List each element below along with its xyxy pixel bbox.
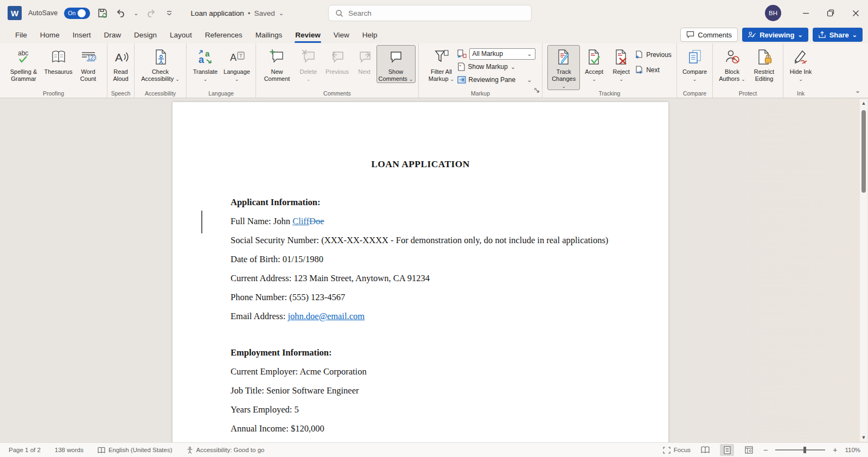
zoom-out-button[interactable]: − [763, 446, 768, 454]
check-accessibility-icon [152, 48, 169, 66]
document-page[interactable]: LOAN APPLICATION Applicant Information: … [173, 102, 668, 442]
redo-button[interactable] [145, 7, 157, 19]
scroll-up-arrow-icon[interactable]: ▲ [861, 99, 866, 107]
save-icon[interactable] [97, 7, 108, 19]
search-box[interactable] [328, 5, 532, 21]
filter-all-markup-button[interactable]: Filter All Markup ⌄ [426, 45, 457, 82]
track-changes-button[interactable]: Track Changes ⌄ [547, 45, 580, 90]
compare-chevron-icon: ⌄ [693, 77, 697, 82]
tab-references[interactable]: References [199, 27, 249, 43]
years-employed-line: Years Employed: 5 [231, 403, 610, 416]
svg-text:abc: abc [18, 49, 28, 57]
previous-change-button[interactable]: Previous [634, 49, 672, 60]
tab-review[interactable]: Review [289, 27, 327, 43]
spelling-grammar-button[interactable]: abc Spelling & Grammar [6, 45, 42, 82]
zoom-slider[interactable] [775, 449, 825, 450]
scrollbar-thumb[interactable] [861, 110, 866, 193]
ribbon-group-ink: Hide Ink ⌄ Ink [783, 43, 818, 98]
reject-icon [612, 48, 630, 66]
delete-comment-button[interactable]: Delete⌄ [295, 45, 322, 82]
dob-line: Date of Birth: 01/15/1980 [231, 253, 610, 265]
status-bar: Page 1 of 2 138 words English (United St… [0, 442, 868, 457]
tab-design[interactable]: Design [127, 27, 163, 43]
focus-button[interactable]: Focus [663, 447, 691, 454]
ribbon-spacer: ⌄ [818, 43, 868, 98]
reviewing-button-label: Reviewing [760, 31, 794, 39]
email-hyperlink[interactable]: john.doe@email.com [288, 311, 365, 321]
read-mode-view-button[interactable] [698, 444, 712, 456]
track-changes-chevron-icon: ⌄ [561, 84, 566, 89]
tab-view[interactable]: View [327, 27, 356, 43]
block-authors-button[interactable]: Block Authors ⌄ [716, 45, 749, 82]
reviewing-button[interactable]: Reviewing ⌄ [742, 28, 808, 42]
restrict-editing-button[interactable]: Restrict Editing [749, 45, 780, 82]
tab-mailings[interactable]: Mailings [249, 27, 289, 43]
accessibility-status[interactable]: Accessibility: Good to go [187, 447, 265, 454]
group-label-language: Language [187, 90, 256, 97]
tracked-deletion[interactable]: Doe [309, 216, 324, 226]
new-comment-button[interactable]: New Comment [259, 45, 295, 82]
search-input[interactable] [348, 9, 511, 17]
web-layout-view-button[interactable] [742, 444, 756, 456]
tab-home[interactable]: Home [34, 27, 66, 43]
new-comment-label: New Comment [261, 68, 293, 82]
next-change-button[interactable]: Next [634, 65, 672, 75]
language-button[interactable]: A Language⌄ [221, 45, 253, 82]
scroll-down-arrow-icon[interactable]: ▼ [861, 434, 866, 441]
ribbon-tabs: File Home Insert Draw Design Layout Refe… [0, 27, 384, 43]
proofing-status[interactable]: English (United States) [98, 447, 173, 454]
page-indicator[interactable]: Page 1 of 2 [9, 447, 41, 453]
zoom-in-button[interactable]: + [833, 446, 837, 454]
delete-comment-label: Delete⌄ [300, 68, 317, 82]
hide-ink-button[interactable]: Hide Ink ⌄ [788, 45, 814, 82]
collapse-ribbon-chevron-icon[interactable]: ⌄ [855, 87, 860, 94]
display-for-review-value: All Markup [473, 50, 503, 58]
compare-icon [686, 48, 704, 66]
tab-insert[interactable]: Insert [66, 27, 98, 43]
restore-button[interactable] [818, 0, 843, 26]
previous-comment-icon [329, 48, 346, 66]
share-button[interactable]: Share ⌄ [813, 28, 863, 42]
read-aloud-icon: A [112, 48, 130, 66]
document-canvas[interactable]: LOAN APPLICATION Applicant Information: … [0, 98, 868, 442]
word-count-button[interactable]: 123 Word Count [75, 45, 101, 82]
minimize-button[interactable] [793, 0, 818, 26]
reject-button[interactable]: Reject⌄ [608, 45, 634, 82]
vertical-scrollbar[interactable]: ▲ ▼ [860, 99, 867, 441]
zoom-level[interactable]: 110% [845, 447, 860, 453]
title-dropdown-chevron-icon: ⌄ [279, 10, 284, 16]
reject-chevron-icon: ⌄ [619, 77, 623, 82]
avatar[interactable]: BH [765, 5, 781, 21]
print-layout-view-button[interactable] [720, 444, 734, 456]
close-button[interactable] [843, 0, 868, 26]
document-title-group[interactable]: Loan application • Saved ⌄ [190, 9, 284, 17]
display-for-review-combobox[interactable]: All Markup ⌄ [469, 48, 535, 60]
tab-help[interactable]: Help [356, 27, 384, 43]
show-markup-button[interactable]: Show Markup ⌄ [457, 61, 535, 72]
titlebar: W AutoSave On ⌄ Loan application • [0, 0, 868, 26]
read-aloud-button[interactable]: A Read Aloud [110, 45, 132, 82]
autosave-toggle[interactable]: On [64, 8, 90, 19]
tab-draw[interactable]: Draw [98, 27, 128, 43]
customize-qat-chevron-icon[interactable] [163, 7, 175, 19]
translate-button[interactable]: aa Translate⌄ [190, 45, 221, 82]
accept-button[interactable]: Accept⌄ [580, 45, 608, 82]
reviewing-pane-button[interactable]: Reviewing Pane ⌄ [457, 74, 535, 85]
employer-line: Current Employer: Acme Corporation [231, 365, 610, 378]
tab-file[interactable]: File [9, 27, 34, 43]
thesaurus-button[interactable]: Thesaurus [42, 45, 75, 75]
zoom-slider-thumb[interactable] [803, 447, 806, 453]
undo-dropdown-chevron-icon[interactable]: ⌄ [133, 10, 138, 16]
compare-button[interactable]: Compare⌄ [679, 45, 710, 82]
tracked-insertion[interactable]: Cliff [292, 216, 309, 226]
word-count-indicator[interactable]: 138 words [55, 447, 84, 453]
previous-comment-button[interactable]: Previous [322, 45, 353, 75]
undo-button[interactable] [115, 7, 127, 19]
next-comment-button[interactable]: Next [353, 45, 376, 75]
tracked-change-bar [201, 211, 202, 233]
tab-layout[interactable]: Layout [163, 27, 199, 43]
comments-button[interactable]: Comments [680, 28, 738, 42]
ribbon-tab-bar: File Home Insert Draw Design Layout Refe… [0, 26, 868, 43]
check-accessibility-button[interactable]: Check Accessibility ⌄ [137, 45, 184, 82]
show-comments-button[interactable]: Show Comments ⌄ [376, 45, 416, 83]
